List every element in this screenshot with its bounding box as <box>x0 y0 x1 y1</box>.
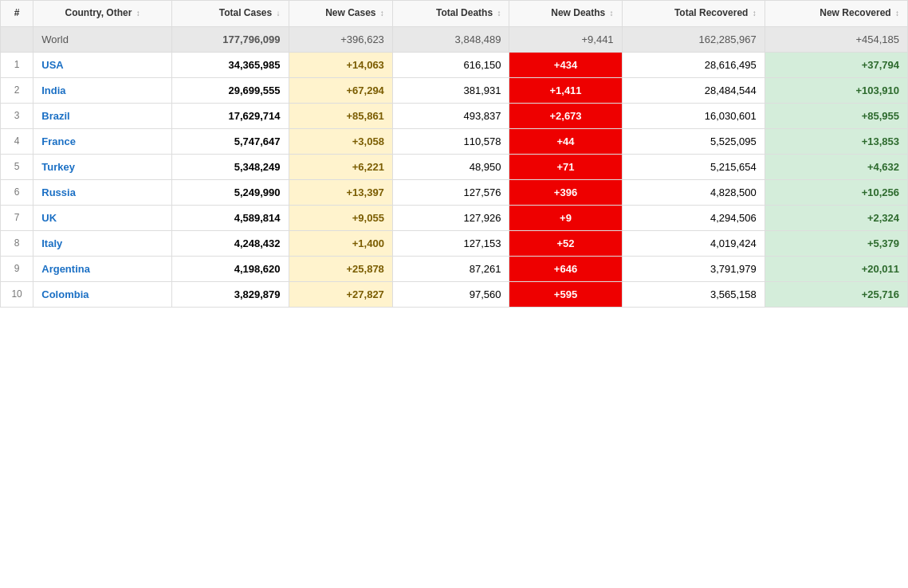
row-new-recovered: +37,794 <box>765 52 907 77</box>
row-total-deaths: 87,261 <box>392 256 509 281</box>
row-total-cases: 4,198,620 <box>171 256 289 281</box>
row-num: 8 <box>1 230 33 256</box>
row-total-recovered: 4,294,506 <box>622 205 765 230</box>
row-country[interactable]: USA <box>33 52 172 77</box>
row-new-deaths: +9 <box>509 205 622 230</box>
row-country[interactable]: Brazil <box>33 103 172 128</box>
country-link[interactable]: France <box>41 135 76 147</box>
row-new-deaths: +71 <box>509 154 622 179</box>
row-num: 1 <box>1 52 33 77</box>
row-new-cases: +13,397 <box>289 179 392 205</box>
header-total-cases[interactable]: Total Cases ↓ <box>171 1 289 27</box>
row-new-deaths: +2,673 <box>509 103 622 128</box>
row-num: 4 <box>1 128 33 154</box>
row-num: 6 <box>1 179 33 205</box>
world-row: World 177,796,099 +396,623 3,848,489 +9,… <box>1 26 908 52</box>
header-num: # <box>1 1 33 27</box>
row-num: 10 <box>1 281 33 307</box>
row-new-recovered: +25,716 <box>765 281 907 307</box>
row-total-recovered: 3,791,979 <box>622 256 765 281</box>
row-total-cases: 5,249,990 <box>171 179 289 205</box>
row-total-deaths: 616,150 <box>392 52 509 77</box>
row-new-recovered: +4,632 <box>765 154 907 179</box>
row-total-recovered: 3,565,158 <box>622 281 765 307</box>
row-total-deaths: 97,560 <box>392 281 509 307</box>
sort-icon-new-cases: ↕ <box>380 9 384 18</box>
country-link[interactable]: Turkey <box>41 161 75 173</box>
country-link[interactable]: Colombia <box>41 288 88 300</box>
country-link[interactable]: India <box>41 84 65 96</box>
header-new-deaths[interactable]: New Deaths ↕ <box>509 1 622 27</box>
table-row: 10 Colombia 3,829,879 +27,827 97,560 +59… <box>1 281 908 307</box>
country-link[interactable]: UK <box>41 212 57 224</box>
row-total-cases: 5,747,647 <box>171 128 289 154</box>
row-country[interactable]: Turkey <box>33 154 172 179</box>
sort-icon-total-cases: ↓ <box>277 9 281 18</box>
row-new-cases: +14,063 <box>289 52 392 77</box>
row-total-cases: 29,699,555 <box>171 77 289 103</box>
table-row: 7 UK 4,589,814 +9,055 127,926 +9 4,294,5… <box>1 205 908 230</box>
country-link[interactable]: Brazil <box>41 110 69 122</box>
sort-icon-new-deaths: ↕ <box>610 9 614 18</box>
row-new-cases: +85,861 <box>289 103 392 128</box>
row-country[interactable]: Argentina <box>33 256 172 281</box>
row-total-deaths: 127,926 <box>392 205 509 230</box>
header-new-recovered[interactable]: New Recovered ↕ <box>765 1 907 27</box>
row-country[interactable]: Colombia <box>33 281 172 307</box>
world-total-deaths: 3,848,489 <box>392 26 509 52</box>
row-new-deaths: +595 <box>509 281 622 307</box>
row-total-cases: 34,365,985 <box>171 52 289 77</box>
world-num <box>1 26 33 52</box>
header-total-recovered[interactable]: Total Recovered ↕ <box>622 1 765 27</box>
row-num: 5 <box>1 154 33 179</box>
row-new-cases: +9,055 <box>289 205 392 230</box>
row-total-cases: 17,629,714 <box>171 103 289 128</box>
row-new-deaths: +52 <box>509 230 622 256</box>
row-num: 9 <box>1 256 33 281</box>
sort-icon-total-deaths: ↕ <box>497 9 501 18</box>
row-new-deaths: +396 <box>509 179 622 205</box>
country-link[interactable]: Italy <box>41 237 62 249</box>
row-total-recovered: 28,616,495 <box>622 52 765 77</box>
row-new-cases: +6,221 <box>289 154 392 179</box>
header-country[interactable]: Country, Other ↕ <box>33 1 172 27</box>
table-row: 5 Turkey 5,348,249 +6,221 48,950 +71 5,2… <box>1 154 908 179</box>
row-total-deaths: 48,950 <box>392 154 509 179</box>
row-country[interactable]: Russia <box>33 179 172 205</box>
header-new-cases[interactable]: New Cases ↕ <box>289 1 392 27</box>
world-new-deaths: +9,441 <box>509 26 622 52</box>
row-total-deaths: 110,578 <box>392 128 509 154</box>
row-total-recovered: 4,828,500 <box>622 179 765 205</box>
world-new-cases: +396,623 <box>289 26 392 52</box>
row-country[interactable]: India <box>33 77 172 103</box>
row-total-deaths: 127,576 <box>392 179 509 205</box>
row-new-deaths: +1,411 <box>509 77 622 103</box>
world-total-recovered: 162,285,967 <box>622 26 765 52</box>
row-country[interactable]: UK <box>33 205 172 230</box>
row-total-recovered: 28,484,544 <box>622 77 765 103</box>
row-new-cases: +67,294 <box>289 77 392 103</box>
row-new-recovered: +85,955 <box>765 103 907 128</box>
row-new-cases: +25,878 <box>289 256 392 281</box>
country-link[interactable]: Russia <box>41 186 76 198</box>
row-total-cases: 5,348,249 <box>171 154 289 179</box>
row-new-recovered: +5,379 <box>765 230 907 256</box>
world-new-recovered: +454,185 <box>765 26 907 52</box>
world-country: World <box>33 26 172 52</box>
table-row: 1 USA 34,365,985 +14,063 616,150 +434 28… <box>1 52 908 77</box>
table-row: 3 Brazil 17,629,714 +85,861 493,837 +2,6… <box>1 103 908 128</box>
country-link[interactable]: USA <box>41 59 63 71</box>
row-total-deaths: 381,931 <box>392 77 509 103</box>
row-total-cases: 4,589,814 <box>171 205 289 230</box>
row-total-cases: 4,248,432 <box>171 230 289 256</box>
row-new-recovered: +103,910 <box>765 77 907 103</box>
table-row: 6 Russia 5,249,990 +13,397 127,576 +396 … <box>1 179 908 205</box>
row-num: 2 <box>1 77 33 103</box>
table-row: 4 France 5,747,647 +3,058 110,578 +44 5,… <box>1 128 908 154</box>
header-total-deaths[interactable]: Total Deaths ↕ <box>392 1 509 27</box>
row-country[interactable]: Italy <box>33 230 172 256</box>
country-link[interactable]: Argentina <box>41 263 90 275</box>
row-country[interactable]: France <box>33 128 172 154</box>
row-new-recovered: +13,853 <box>765 128 907 154</box>
row-total-cases: 3,829,879 <box>171 281 289 307</box>
